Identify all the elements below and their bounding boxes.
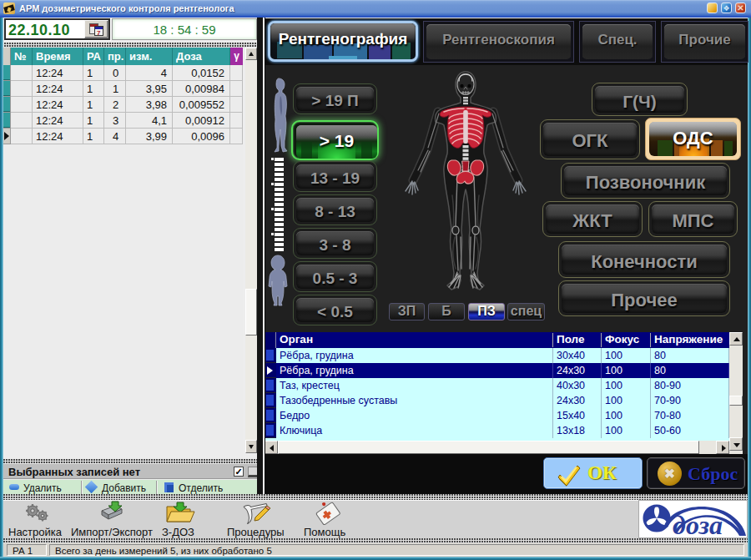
svg-text:доза: доза [673, 510, 723, 537]
